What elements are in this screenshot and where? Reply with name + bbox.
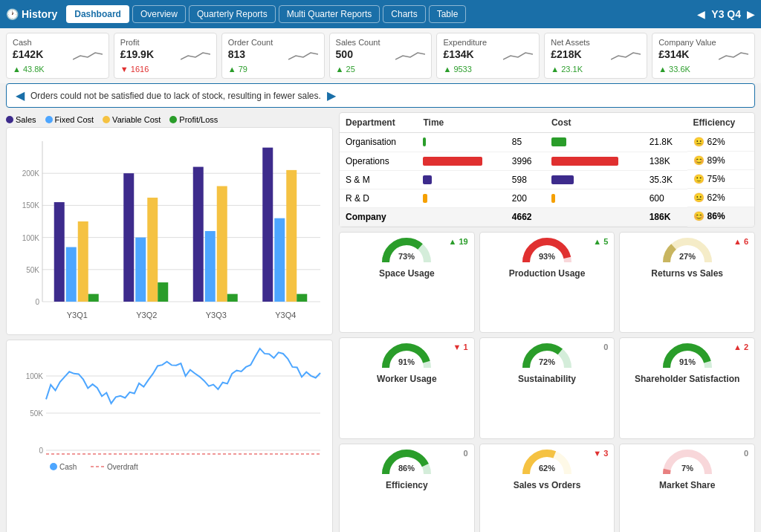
col-cost: Cost (545, 113, 644, 133)
left-panel: SalesFixed CostVariable CostProfit/Loss (6, 112, 333, 532)
nav-dashboard[interactable]: Dashboard (66, 5, 129, 23)
gauge-card-space-usage: ▲ 19 Space Usage (339, 232, 475, 334)
nav-table[interactable]: Table (429, 5, 467, 23)
col-time: Time (417, 113, 505, 133)
sparkline (503, 48, 533, 63)
dept-row-s-&-m: S & M 598 35.3K 🙂 75% (340, 170, 754, 189)
legend-item-variable-cost: Variable Cost (103, 115, 161, 124)
nav-charts[interactable]: Charts (383, 5, 425, 23)
gauge-canvas (521, 449, 573, 477)
bar-chart-container (6, 127, 333, 335)
alert-next[interactable]: ▶ (327, 88, 336, 103)
sparkline (719, 48, 748, 63)
dept-row-company: Company 4662 186K 😊 86% (340, 207, 754, 226)
col-department: Department (340, 113, 417, 133)
col-efficiency: Efficiency (687, 113, 754, 133)
gauge-canvas (661, 449, 713, 477)
gauge-card-market-share: 0 Market Share (619, 444, 755, 533)
gauge-canvas (661, 237, 713, 265)
prev-quarter-btn[interactable]: ◀ (697, 8, 705, 20)
legend-item-profit/loss: Profit/Loss (169, 115, 218, 124)
sparkline (288, 48, 318, 63)
gauge-canvas (521, 343, 573, 371)
quarter-label: Y3 Q4 (711, 8, 741, 20)
right-panel: Department Time Cost Efficiency Organisa… (339, 112, 755, 532)
line-chart-container (6, 340, 333, 532)
dept-row-organisation: Organisation 85 21.8K 😐 62% (340, 133, 754, 152)
gauge-canvas (380, 449, 433, 477)
gauge-canvas (380, 237, 433, 265)
sparkline (73, 48, 103, 63)
col-cost-bar (644, 113, 687, 133)
col-time-bar (506, 113, 545, 133)
kpi-card-cash: Cash £142K ▲ 43.8K (6, 33, 109, 79)
history-icon: 🕐 (6, 8, 19, 20)
chart-legend: SalesFixed CostVariable CostProfit/Loss (6, 112, 333, 127)
kpi-card-expenditure: Expenditure £134K ▲ 9533 (436, 33, 540, 79)
gauge-card-efficiency: 0 Efficiency (339, 444, 475, 533)
gauge-card-sales-vs-orders: ▼ 3 Sales vs Orders (479, 444, 615, 533)
gauge-card-returns-vs-sales: ▲ 6 Returns vs Sales (619, 232, 755, 334)
gauge-canvas (521, 237, 573, 265)
gauge-canvas (661, 343, 713, 371)
sparkline (395, 48, 425, 63)
gauge-card-worker-usage: ▼ 1 Worker Usage (339, 337, 475, 439)
alert-prev[interactable]: ◀ (16, 88, 25, 103)
gauge-card-sustainability: 0 Sustainability (479, 337, 615, 439)
header: 🕐 History Dashboard Overview Quarterly R… (0, 0, 761, 28)
kpi-card-net-assets: Net Assets £218K ▲ 23.1K (544, 33, 647, 79)
bar-chart (13, 134, 328, 324)
dept-row-r-&-d: R & D 200 600 😐 62% (340, 189, 754, 207)
next-quarter-btn[interactable]: ▶ (747, 8, 755, 20)
app-logo: 🕐 History (6, 8, 57, 20)
nav-quarterly-reports[interactable]: Quarterly Reports (189, 5, 276, 23)
quarter-navigation: ◀ Y3 Q4 ▶ (697, 8, 755, 20)
sparkline (611, 48, 641, 63)
kpi-card-sales-count: Sales Count 500 ▲ 25 (329, 33, 433, 79)
dept-row-operations: Operations 3996 138K 😊 89% (340, 152, 754, 170)
main-content: SalesFixed CostVariable CostProfit/Loss … (0, 112, 761, 532)
nav-multi-quarter[interactable]: Multi Quarter Reports (279, 5, 380, 23)
legend-item-sales: Sales (6, 115, 36, 124)
kpi-row: Cash £142K ▲ 43.8K Profit £19.9K ▼ 1616 … (0, 28, 761, 83)
department-table: Department Time Cost Efficiency Organisa… (339, 112, 755, 227)
gauge-grid: ▲ 19 Space Usage ▲ 5 Production Usage ▲ … (339, 232, 755, 533)
kpi-card-company-value: Company Value £314K ▲ 33.6K (652, 33, 755, 79)
line-chart (13, 346, 328, 473)
alert-text: Orders could not be satisfied due to lac… (30, 91, 321, 101)
gauge-card-shareholder-satisfaction: ▲ 2 Shareholder Satisfaction (619, 337, 755, 439)
legend-item-fixed-cost: Fixed Cost (45, 115, 94, 124)
kpi-card-profit: Profit £19.9K ▼ 1616 (114, 33, 217, 79)
alert-banner: ◀ Orders could not be satisfied due to l… (6, 83, 755, 108)
kpi-card-order-count: Order Count 813 ▲ 79 (221, 33, 325, 79)
gauge-card-production-usage: ▲ 5 Production Usage (479, 232, 615, 334)
gauge-canvas (380, 343, 433, 371)
nav-overview[interactable]: Overview (132, 5, 186, 23)
sparkline (181, 48, 210, 63)
